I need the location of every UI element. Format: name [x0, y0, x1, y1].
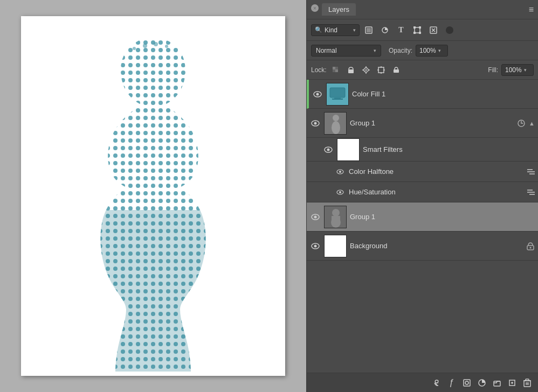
lock-image-btn[interactable]: [345, 64, 357, 76]
layer-item-hue-saturation[interactable]: Hue/Saturation: [307, 182, 538, 202]
layers-panel: × Layers ≡ 🔍 Kind ▾ T: [306, 0, 538, 392]
svg-rect-28: [378, 67, 384, 73]
panel-close-button[interactable]: ×: [311, 4, 319, 12]
layer-item-group-1-top[interactable]: Group 1 ▲: [307, 109, 538, 138]
filter-circle-icon-btn[interactable]: [378, 23, 392, 37]
canvas-area: [0, 0, 306, 392]
svg-rect-19: [333, 69, 335, 72]
kind-filter-arrow: ▾: [353, 27, 356, 33]
panel-menu-icon[interactable]: ≡: [529, 5, 534, 15]
svg-point-50: [339, 171, 341, 173]
svg-point-52: [339, 191, 341, 193]
svg-rect-73: [526, 379, 529, 381]
svg-rect-33: [394, 69, 399, 73]
lock-fill-row: Lock:: [307, 60, 538, 80]
fill-value: 100%: [505, 66, 522, 74]
circle-solid-icon: [446, 26, 453, 34]
new-group-btn[interactable]: [491, 376, 503, 389]
layer-item-background[interactable]: Background: [307, 232, 538, 261]
search-icon: 🔍: [315, 26, 322, 33]
svg-point-4: [133, 47, 136, 50]
svg-point-48: [327, 148, 330, 151]
layer-item-color-fill-1[interactable]: Color Fill 1: [307, 80, 538, 109]
smart-object-icon: [517, 119, 526, 128]
layer-name-color-halftone: Color Halftone: [349, 167, 524, 176]
canvas-document: [21, 16, 285, 376]
color-halftone-adjust-icon[interactable]: [527, 169, 535, 174]
delete-layer-btn[interactable]: [521, 376, 534, 389]
lock-all-btn[interactable]: [390, 64, 402, 76]
color-fill-1-thumbnail: [326, 83, 349, 106]
layer-name-background: Background: [350, 242, 523, 250]
layer-visibility-color-fill-1[interactable]: [312, 89, 323, 100]
blend-mode-dropdown[interactable]: Normal ▾: [311, 45, 381, 57]
svg-rect-64: [464, 380, 470, 386]
svg-rect-17: [333, 67, 335, 69]
svg-point-62: [530, 247, 532, 248]
svg-point-23: [365, 69, 367, 71]
svg-rect-13: [419, 26, 421, 29]
svg-rect-21: [348, 69, 354, 73]
kind-filter-dropdown[interactable]: 🔍 Kind ▾: [311, 24, 360, 36]
svg-point-54: [314, 215, 317, 218]
svg-rect-37: [330, 88, 345, 97]
hue-saturation-adjust-icon[interactable]: [527, 190, 535, 195]
group-1-bottom-thumbnail: [324, 206, 347, 228]
lock-artboard-btn[interactable]: [375, 64, 387, 76]
blend-mode-label: Normal: [316, 47, 337, 54]
filter-image-icon-btn[interactable]: [362, 23, 376, 37]
filter-solid-circle-btn[interactable]: [443, 23, 457, 37]
filter-text-icon-btn[interactable]: T: [394, 23, 408, 37]
add-adjustment-btn[interactable]: [475, 376, 488, 389]
lock-transparency-btn[interactable]: [330, 64, 342, 76]
layer-visibility-smart-filters[interactable]: [323, 144, 334, 155]
svg-rect-20: [335, 67, 338, 69]
layer-item-smart-filters[interactable]: Smart Filters: [307, 138, 538, 162]
svg-rect-9: [367, 28, 371, 32]
link-layers-btn[interactable]: [430, 376, 443, 389]
lock-label: Lock:: [311, 66, 327, 74]
svg-point-56: [332, 209, 340, 216]
opacity-value: 100%: [419, 47, 436, 54]
opacity-label: Opacity:: [389, 47, 412, 54]
layer-item-group-1-bottom[interactable]: Group 1: [307, 202, 538, 232]
layer-visibility-background[interactable]: [310, 241, 321, 251]
filter-adjustment-icon-btn[interactable]: [426, 23, 440, 37]
svg-point-41: [314, 122, 317, 124]
svg-point-60: [314, 244, 317, 247]
add-mask-btn[interactable]: [460, 376, 473, 389]
layer-visibility-hue-saturation[interactable]: [335, 187, 346, 198]
opacity-dropdown[interactable]: 100% ▾: [416, 45, 448, 57]
background-lock-icon: [526, 241, 535, 251]
svg-point-45: [332, 121, 340, 134]
smart-filters-thumbnail: [337, 138, 360, 161]
layer-visibility-group-1-top[interactable]: [310, 118, 321, 129]
add-style-btn[interactable]: ƒ: [445, 376, 458, 389]
svg-rect-58: [332, 216, 340, 223]
fill-dropdown[interactable]: 100% ▾: [501, 64, 534, 76]
kind-filter-label: Kind: [325, 26, 337, 34]
layer-item-color-halftone[interactable]: Color Halftone: [307, 162, 538, 182]
halftone-figure: [21, 16, 285, 376]
new-layer-btn[interactable]: [506, 376, 519, 389]
panel-bottom-toolbar: ƒ: [307, 373, 538, 392]
layer-expand-group-1-top[interactable]: ▲: [529, 120, 535, 127]
layer-visibility-group-1-bottom[interactable]: [310, 212, 321, 222]
svg-rect-18: [335, 69, 338, 72]
svg-point-7: [165, 45, 168, 48]
layer-name-smart-filters: Smart Filters: [363, 145, 535, 153]
blend-mode-arrow: ▾: [374, 48, 376, 53]
opacity-arrow: ▾: [438, 48, 441, 53]
lock-position-btn[interactable]: [360, 64, 372, 76]
svg-point-65: [465, 381, 468, 384]
filter-transform-icon-btn[interactable]: [410, 23, 424, 37]
fill-label: Fill:: [488, 66, 498, 74]
layer-name-group-1-bottom: Group 1: [350, 213, 535, 221]
svg-point-35: [316, 93, 319, 95]
panel-header: Layers ≡: [307, 0, 538, 19]
layer-name-hue-saturation: Hue/Saturation: [349, 188, 524, 196]
layer-visibility-color-halftone[interactable]: [335, 166, 346, 177]
layer-name-group-1-top: Group 1: [350, 119, 514, 127]
svg-point-5: [143, 44, 147, 48]
group-1-top-thumbnail: [324, 112, 347, 135]
